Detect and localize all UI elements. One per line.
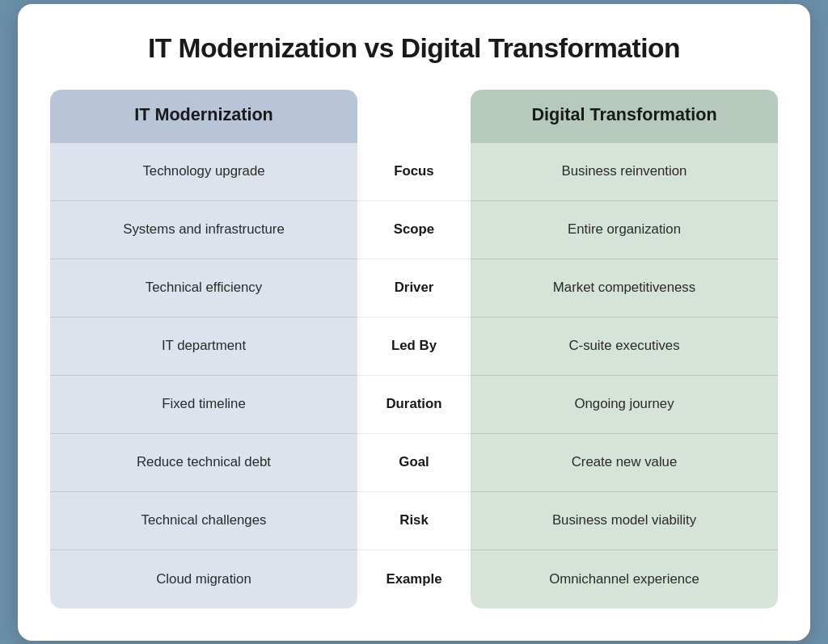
label-cell-led-by: Led By xyxy=(357,318,471,376)
dt-cell-scope: Entire organization xyxy=(471,201,778,259)
it-cell-driver: Technical efficiency xyxy=(50,259,357,318)
it-column-header: IT Modernization xyxy=(50,90,357,143)
label-cell-goal: Goal xyxy=(357,434,471,492)
middle-column: FocusScopeDriverLed ByDurationGoalRiskEx… xyxy=(357,143,471,608)
label-cell-driver: Driver xyxy=(357,259,471,318)
it-column: Technology upgradeSystems and infrastruc… xyxy=(50,143,357,608)
dt-column-header: Digital Transformation xyxy=(471,90,778,143)
middle-column-header xyxy=(357,90,471,143)
it-cell-led-by: IT department xyxy=(50,318,357,376)
it-cell-scope: Systems and infrastructure xyxy=(50,201,357,259)
label-cell-focus: Focus xyxy=(357,143,471,201)
comparison-grid: IT Modernization Digital Transformation … xyxy=(50,90,778,608)
comparison-card: IT Modernization vs Digital Transformati… xyxy=(18,4,810,641)
dt-cell-duration: Ongoing journey xyxy=(471,376,778,434)
label-cell-example: Example xyxy=(357,550,471,608)
dt-cell-example: Omnichannel experience xyxy=(471,550,778,608)
dt-cell-goal: Create new value xyxy=(471,434,778,492)
dt-cell-focus: Business reinvention xyxy=(471,143,778,201)
dt-column: Business reinventionEntire organizationM… xyxy=(471,143,778,608)
it-cell-goal: Reduce technical debt xyxy=(50,434,357,492)
it-cell-risk: Technical challenges xyxy=(50,492,357,550)
dt-cell-driver: Market competitiveness xyxy=(471,259,778,318)
dt-cell-risk: Business model viability xyxy=(471,492,778,550)
label-cell-risk: Risk xyxy=(357,492,471,550)
main-title: IT Modernization vs Digital Transformati… xyxy=(50,33,778,64)
label-cell-scope: Scope xyxy=(357,201,471,259)
it-cell-duration: Fixed timeline xyxy=(50,376,357,434)
label-cell-duration: Duration xyxy=(357,376,471,434)
it-cell-focus: Technology upgrade xyxy=(50,143,357,201)
dt-cell-led-by: C-suite executives xyxy=(471,318,778,376)
it-cell-example: Cloud migration xyxy=(50,550,357,608)
